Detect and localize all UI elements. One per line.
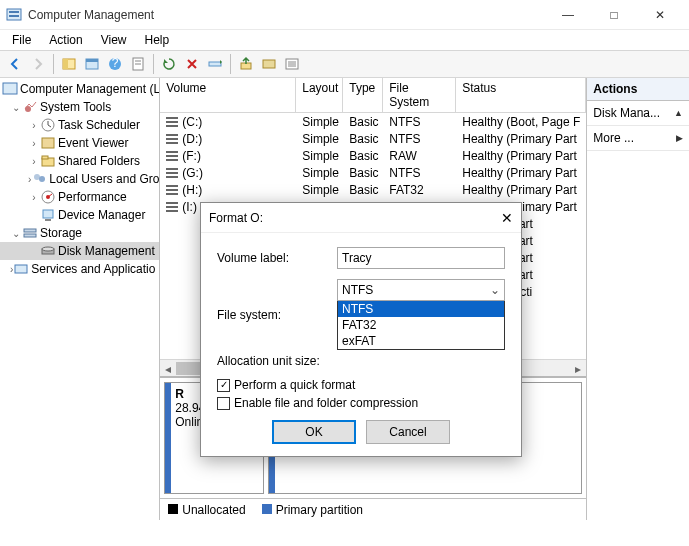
maximize-button[interactable]: □: [591, 0, 637, 30]
tree-device-manager[interactable]: Device Manager: [0, 206, 159, 224]
forward-button[interactable]: [27, 53, 49, 75]
chevron-down-icon[interactable]: ⌄: [10, 228, 22, 239]
chevron-down-icon[interactable]: ⌄: [486, 280, 504, 300]
tree-storage[interactable]: ⌄ Storage: [0, 224, 159, 242]
tree-local-users[interactable]: › Local Users and Gro: [0, 170, 159, 188]
window-title: Computer Management: [28, 8, 154, 22]
chevron-right-icon[interactable]: ›: [28, 156, 40, 167]
help-button[interactable]: ?: [104, 53, 126, 75]
svg-rect-6: [86, 59, 98, 62]
legend: Unallocated Primary partition: [160, 498, 586, 520]
col-layout[interactable]: Layout: [296, 78, 343, 112]
chevron-right-icon[interactable]: ›: [28, 138, 40, 149]
filesystem-dropdown[interactable]: NTFS FAT32 exFAT: [337, 301, 505, 350]
menubar: File Action View Help: [0, 30, 689, 50]
col-volume[interactable]: Volume: [160, 78, 296, 112]
close-button[interactable]: ✕: [637, 0, 683, 30]
menu-help[interactable]: Help: [137, 31, 178, 49]
chevron-right-icon[interactable]: ›: [28, 120, 40, 131]
volume-label-input[interactable]: [337, 247, 505, 269]
fs-option-ntfs[interactable]: NTFS: [338, 301, 504, 317]
submenu-icon[interactable]: ▶: [676, 133, 683, 143]
col-type[interactable]: Type: [343, 78, 383, 112]
dialog-titlebar[interactable]: Format O: ✕: [201, 203, 521, 233]
app-icon: [6, 7, 22, 23]
toolbar: ?: [0, 50, 689, 78]
svg-rect-28: [24, 229, 36, 232]
minimize-button[interactable]: —: [545, 0, 591, 30]
tree-pane[interactable]: Computer Management (L ⌄ System Tools › …: [0, 78, 160, 520]
chevron-down-icon[interactable]: ⌄: [10, 102, 22, 113]
actions-disk-management[interactable]: Disk Mana... ▲: [587, 101, 689, 126]
tree-shared-folders[interactable]: › Shared Folders: [0, 152, 159, 170]
show-hide-tree-button[interactable]: [58, 53, 80, 75]
svg-rect-26: [43, 210, 53, 218]
volume-icon: [166, 189, 178, 191]
col-status[interactable]: Status: [456, 78, 586, 112]
svg-point-31: [42, 247, 54, 251]
compression-checkbox[interactable]: Enable file and folder compression: [217, 396, 505, 410]
checkbox-checked-icon[interactable]: [217, 379, 230, 392]
legend-unallocated: Unallocated: [168, 503, 245, 517]
chevron-right-icon[interactable]: ›: [28, 192, 40, 203]
table-row[interactable]: (G:)SimpleBasicNTFSHealthy (Primary Part: [160, 164, 586, 181]
quick-format-checkbox[interactable]: Perform a quick format: [217, 378, 505, 392]
menu-action[interactable]: Action: [41, 31, 90, 49]
tree-services[interactable]: › Services and Applicatio: [0, 260, 159, 278]
properties-button[interactable]: [127, 53, 149, 75]
menu-file[interactable]: File: [4, 31, 39, 49]
actions-more[interactable]: More ... ▶: [587, 126, 689, 151]
view-toggle-button[interactable]: [81, 53, 103, 75]
fs-option-exfat[interactable]: exFAT: [338, 333, 504, 349]
table-row[interactable]: (F:)SimpleBasicRAWHealthy (Primary Part: [160, 147, 586, 164]
tree-event-viewer[interactable]: › Event Viewer: [0, 134, 159, 152]
table-row[interactable]: (D:)SimpleBasicNTFSHealthy (Primary Part: [160, 130, 586, 147]
attach-vhd-button[interactable]: [235, 53, 257, 75]
filesystem-value: NTFS: [342, 283, 373, 297]
list-header[interactable]: Volume Layout Type File System Status: [160, 78, 586, 113]
svg-rect-16: [3, 83, 17, 94]
delete-button[interactable]: [181, 53, 203, 75]
fs-option-fat32[interactable]: FAT32: [338, 317, 504, 333]
svg-point-23: [39, 176, 45, 182]
col-filesystem[interactable]: File System: [383, 78, 456, 112]
table-row[interactable]: (H:)SimpleBasicFAT32Healthy (Primary Par…: [160, 181, 586, 198]
volume-icon: [166, 155, 178, 157]
actions-header: Actions: [587, 78, 689, 101]
collapse-icon[interactable]: ▲: [674, 108, 683, 118]
format-dialog: Format O: ✕ Volume label: File system: N…: [200, 202, 522, 457]
svg-rect-27: [45, 219, 51, 221]
svg-rect-2: [9, 15, 19, 17]
tree-task-scheduler[interactable]: › Task Scheduler: [0, 116, 159, 134]
svg-rect-1: [9, 11, 19, 13]
table-row[interactable]: (C:)SimpleBasicNTFSHealthy (Boot, Page F: [160, 113, 586, 130]
scroll-right-icon[interactable]: ▸: [570, 360, 586, 376]
svg-rect-19: [42, 138, 54, 148]
refresh-button[interactable]: [158, 53, 180, 75]
dialog-close-button[interactable]: ✕: [501, 210, 513, 226]
back-button[interactable]: [4, 53, 26, 75]
filesystem-label: File system:: [217, 308, 337, 322]
legend-primary: Primary partition: [262, 503, 363, 517]
tree-disk-management[interactable]: Disk Management: [0, 242, 159, 260]
checkbox-unchecked-icon[interactable]: [217, 397, 230, 410]
settings-button[interactable]: [258, 53, 280, 75]
ok-button[interactable]: OK: [272, 420, 356, 444]
menu-view[interactable]: View: [93, 31, 135, 49]
svg-rect-4: [63, 59, 68, 69]
actions-pane: Actions Disk Mana... ▲ More ... ▶: [586, 78, 689, 520]
tree-system-tools[interactable]: ⌄ System Tools: [0, 98, 159, 116]
list-settings-button[interactable]: [281, 53, 303, 75]
dialog-title: Format O:: [209, 211, 501, 225]
svg-rect-21: [42, 156, 48, 159]
tree-root[interactable]: Computer Management (L: [0, 80, 159, 98]
filesystem-combo[interactable]: NTFS ⌄: [337, 279, 505, 301]
tree-performance[interactable]: › Performance: [0, 188, 159, 206]
rescan-button[interactable]: [204, 53, 226, 75]
volume-label-label: Volume label:: [217, 251, 337, 265]
cancel-button[interactable]: Cancel: [366, 420, 450, 444]
svg-rect-29: [24, 234, 36, 237]
titlebar: Computer Management — □ ✕: [0, 0, 689, 30]
allocation-label: Allocation unit size:: [217, 354, 337, 368]
scroll-left-icon[interactable]: ◂: [160, 360, 176, 376]
